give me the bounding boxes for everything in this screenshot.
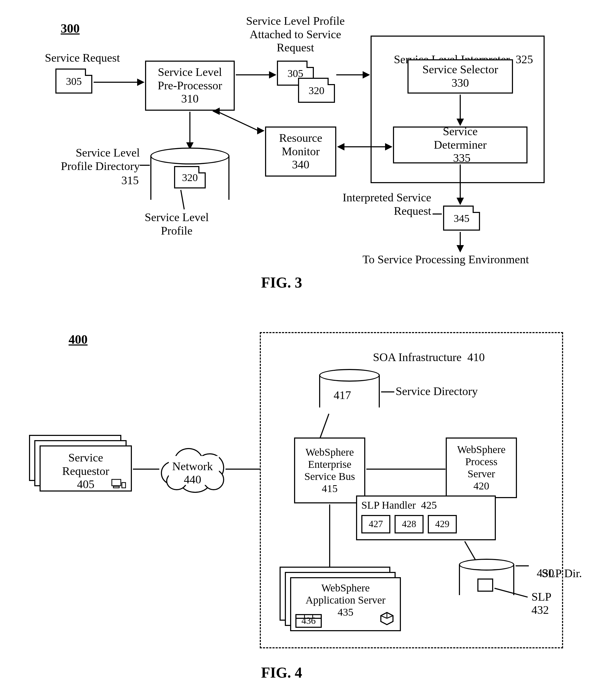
svcdir-label: Service Directory [396, 385, 478, 398]
service-determiner-num: 335 [453, 152, 471, 165]
process-server-num: 420 [474, 480, 489, 492]
resource-monitor-num: 340 [292, 158, 309, 172]
interpreter-num: 325 [516, 53, 533, 66]
fig4-caption: FIG. 4 [261, 664, 302, 681]
arrowhead-icon [456, 245, 464, 252]
doc-320-num: 320 [175, 171, 205, 183]
service-requestor-num: 405 [77, 478, 94, 491]
interpreted-request-label: Interpreted Service Request [326, 191, 431, 218]
process-server-title: WebSphere Process Server [457, 444, 505, 480]
leader-line [516, 565, 529, 567]
svg-line-5 [381, 616, 387, 618]
app-server-title: WebSphere Application Server [305, 582, 385, 606]
service-selector-title: Service Selector [422, 63, 498, 77]
slp-label: Service Level Profile [137, 211, 216, 238]
arrowhead-icon [257, 127, 264, 134]
arrowhead-icon [363, 71, 370, 79]
svg-rect-1 [113, 486, 119, 488]
soa-title: SOA Infrastructure 410 [361, 337, 485, 377]
service-selector-box: Service Selector 330 [407, 59, 513, 94]
arrow-line [219, 112, 261, 132]
resource-monitor-title: Resource Monitor [279, 131, 322, 158]
svg-rect-0 [112, 479, 121, 486]
fig4-ref: 400 [68, 332, 88, 346]
network-num: 440 [158, 473, 227, 487]
arrow-line [460, 232, 461, 246]
connector-line [329, 505, 330, 570]
service-determiner-box: Service Determiner 335 [393, 126, 528, 163]
slp-sub-427: 427 [361, 515, 390, 534]
workstation-icon [111, 478, 126, 490]
leader-line [140, 165, 150, 166]
slp-num-4: 432 [532, 604, 549, 617]
to-processing-label: To Service Processing Environment [338, 253, 554, 267]
leader-line [381, 391, 394, 392]
arrowhead-icon [385, 143, 392, 151]
page: 300 Service Request 305 Service Level Pr… [0, 0, 595, 700]
profile-directory-num: 315 [121, 174, 139, 187]
esb-box: WebSphere Enterprise Service Bus 415 [294, 437, 365, 504]
slp-doc-icon [477, 578, 493, 592]
arrowhead-icon [337, 143, 344, 151]
connector-line [133, 468, 159, 470]
svg-rect-2 [122, 483, 125, 488]
arrowhead-icon [137, 79, 144, 86]
arrowhead-icon [269, 71, 276, 79]
slp-label-4: SLP [532, 590, 551, 604]
doc-345-num: 345 [444, 212, 479, 224]
arrow-line [344, 146, 386, 147]
arrow-line [460, 164, 461, 199]
arrow-line [189, 112, 191, 143]
slp-handler-title: SLP Handler [361, 499, 416, 511]
soa-title-text: SOA Infrastructure [373, 351, 461, 364]
arrowhead-icon [456, 198, 464, 205]
esb-num: 415 [322, 483, 338, 495]
fig3-ref: 300 [61, 21, 80, 36]
profile-directory-label: Service Level Profile Directory [45, 146, 140, 173]
arrowhead-icon [212, 108, 220, 115]
cube-icon [380, 611, 394, 627]
appsrv-minibox: 436 [295, 614, 322, 628]
slp-handler-box: SLP Handler 425 427 428 429 [356, 495, 496, 540]
service-request-label: Service Request [45, 51, 120, 65]
doc-345: 345 [443, 206, 480, 231]
soa-num: 410 [468, 351, 485, 364]
preprocessor-box: Service Level Pre-Processor 310 [145, 61, 235, 111]
arrow-line [336, 74, 364, 75]
app-server-num: 435 [338, 606, 353, 618]
resource-monitor-box: Resource Monitor 340 [265, 126, 336, 177]
doc-305-num: 305 [56, 75, 91, 87]
fig3-caption: FIG. 3 [261, 274, 302, 291]
preprocessor-title: Service Level Pre-Processor [158, 66, 222, 92]
process-server-box: WebSphere Process Server 420 [446, 437, 517, 498]
slp-handler-num: 425 [421, 499, 437, 511]
network-label: Network [158, 460, 227, 473]
leader-line [432, 213, 442, 215]
arrow-line [94, 82, 139, 83]
svg-line-6 [387, 616, 393, 618]
slp-sub-428: 428 [395, 515, 424, 534]
doc-305b-num: 305 [278, 67, 313, 79]
svcdir-num: 417 [334, 389, 351, 402]
slpdir-num: 430 [537, 567, 554, 580]
esb-title: WebSphere Enterprise Service Bus [304, 446, 355, 483]
service-selector-num: 330 [452, 77, 469, 90]
network-cloud: Network 440 [158, 446, 227, 495]
doc-320-attached: 320 [298, 78, 335, 103]
connector-line [366, 468, 446, 470]
arrow-line [236, 74, 270, 75]
service-requestor-title: Service Requestor [62, 451, 109, 478]
doc-305: 305 [55, 68, 92, 94]
doc-320-in-cyl: 320 [174, 166, 206, 188]
attached-label: Service Level Profile Attached to Servic… [237, 14, 353, 55]
preprocessor-num: 310 [181, 92, 199, 106]
arrow-line [460, 95, 461, 120]
doc-320b-num: 320 [299, 84, 334, 96]
slp-sub-429: 429 [428, 515, 457, 534]
service-determiner-title: Service Determiner [434, 125, 487, 152]
